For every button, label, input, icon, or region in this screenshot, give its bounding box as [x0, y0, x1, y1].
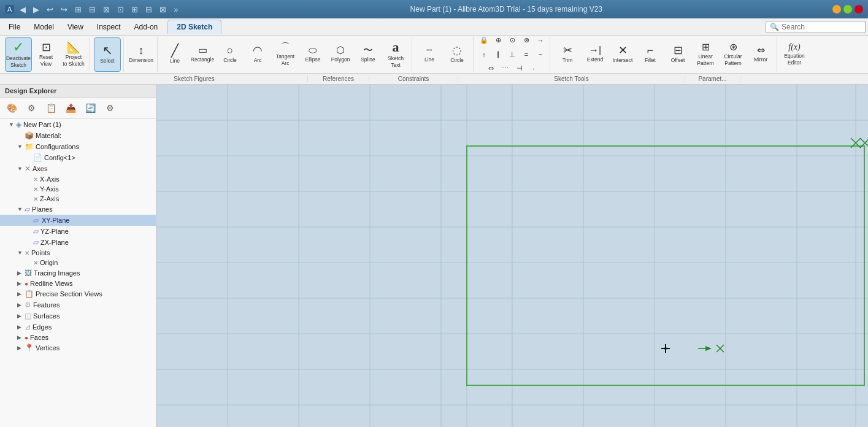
line-button[interactable]: ╱ Line — [161, 37, 188, 72]
sidebar-icon-list[interactable]: 📋 — [43, 100, 59, 116]
nav-back-icon[interactable]: ◀ — [18, 5, 28, 14]
maximize-button[interactable] — [843, 5, 852, 13]
tool7-icon[interactable]: ⊠ — [158, 5, 168, 14]
dimension-button[interactable]: ↕ Dimension — [128, 37, 155, 72]
tree-item-configurations[interactable]: ▼ 📁 Configurations — [0, 141, 156, 152]
constraint-equal-button[interactable]: = — [520, 48, 533, 61]
fillet-button[interactable]: ⌐ Fillet — [637, 37, 664, 72]
tree-item-material[interactable]: 📦 Material: — [0, 130, 156, 141]
features-icon: ⚙ — [25, 301, 31, 309]
tree-item-edges[interactable]: ▶ ⊿ Edges — [0, 321, 156, 333]
rectangle-button[interactable]: ▭ Rectangle — [189, 37, 216, 72]
tree-item-zx-plane[interactable]: ▱ ZX-Plane — [0, 237, 156, 248]
tree-item-config1[interactable]: 📄 Config<1> — [0, 152, 156, 163]
tree-item-vertices[interactable]: ▶ 📍 Vertices — [0, 342, 156, 353]
constraint-perpendicular-button[interactable]: ⊥ — [505, 48, 519, 61]
constraint-collinear-button[interactable]: ⋯ — [499, 62, 512, 75]
circle-button[interactable]: ○ Circle — [217, 37, 244, 72]
constraint-mirror-sym-button[interactable]: ⇔ — [485, 62, 498, 75]
extend-button[interactable]: →| Extend — [582, 37, 609, 72]
menu-view[interactable]: View — [61, 21, 90, 33]
ref-circle-button[interactable]: ◌ Circle — [444, 37, 470, 72]
more-tools-icon[interactable]: » — [172, 5, 180, 14]
tool1-icon[interactable]: ⊞ — [73, 5, 83, 14]
tree-item-faces[interactable]: ▶ ● Faces — [0, 333, 156, 342]
tree-item-features[interactable]: ▶ ⚙ Features — [0, 299, 156, 310]
tree-item-origin[interactable]: ✕ Origin — [0, 258, 156, 267]
sidebar-icon-refresh[interactable]: 🔄 — [82, 100, 98, 116]
circle-icon: ○ — [227, 45, 234, 56]
tree-item-xy-plane[interactable]: ▱ XY-Plane — [0, 215, 156, 226]
canvas-area[interactable] — [156, 85, 868, 427]
tree-item-axes[interactable]: ▼ ✕ Axes — [0, 163, 156, 174]
title-bar-icons[interactable]: A ◀ ▶ ↩ ↪ ⊞ ⊟ ⊠ ⊡ ⊞ ⊟ ⊠ » — [5, 5, 180, 14]
tree-item-planes[interactable]: ▼ ▱ Planes — [0, 204, 156, 215]
nav-forward-icon[interactable]: ▶ — [31, 5, 41, 14]
circular-pattern-button[interactable]: ⊛ CircularPattern — [720, 37, 747, 72]
ref-line-button[interactable]: ╌ Line — [416, 37, 443, 72]
sidebar-icon-settings[interactable]: ⚙ — [102, 100, 118, 116]
constraint-parallel-button[interactable]: ∥ — [491, 48, 505, 61]
menu-inspect[interactable]: Inspect — [91, 21, 127, 33]
project-to-sketch-button[interactable]: 📐 Projectto Sketch — [60, 37, 87, 72]
redo-icon[interactable]: ↪ — [59, 5, 69, 14]
constraint-tangent-button[interactable]: ~ — [534, 48, 547, 61]
constraint-horizontal-button[interactable]: → — [534, 34, 547, 47]
fillet-label: Fillet — [645, 57, 656, 63]
tree-item-new-part[interactable]: ▼ ◈ New Part (1) — [0, 119, 156, 130]
constraint-vertical-button[interactable]: ↑ — [477, 48, 491, 61]
tab-2d-sketch[interactable]: 2D Sketch — [167, 20, 221, 34]
tree-item-x-axis[interactable]: ✕ X-Axis — [0, 174, 156, 184]
spline-button[interactable]: 〜 Spline — [355, 37, 382, 72]
tree-item-z-axis[interactable]: ✕ Z-Axis — [0, 194, 156, 204]
select-button[interactable]: ↖ Select — [94, 37, 121, 72]
offset-button[interactable]: ⊟ Offset — [664, 37, 691, 72]
search-box[interactable]: 🔍 — [766, 21, 866, 33]
constraint-fix-button[interactable]: ⊗ — [520, 34, 533, 47]
deactivate-sketch-button[interactable]: ✓ DeactivateSketch — [5, 37, 32, 72]
undo-icon[interactable]: ↩ — [45, 5, 55, 14]
sketch-text-label: SketchText — [388, 55, 404, 67]
constraint-midpoint-button[interactable]: ⊣ — [513, 62, 526, 75]
tree-item-yz-plane[interactable]: ▱ YZ-Plane — [0, 226, 156, 237]
sidebar-icon-export[interactable]: 📤 — [63, 100, 79, 116]
tree-item-precise-section-views[interactable]: ▶ 📋 Precise Section Views — [0, 288, 156, 299]
menu-file[interactable]: File — [2, 21, 26, 33]
edges-label: Edges — [33, 323, 52, 331]
linear-pattern-button[interactable]: ⊞ LinearPattern — [692, 37, 719, 72]
sidebar-icon-color[interactable]: 🎨 — [4, 100, 20, 116]
search-input[interactable] — [782, 23, 861, 31]
circular-pattern-label: CircularPattern — [724, 53, 742, 66]
arc-button[interactable]: ◠ Arc — [244, 37, 271, 72]
tree-item-redline-views[interactable]: ▶ ● Redline Views — [0, 279, 156, 288]
equation-editor-button[interactable]: f(x) EquationEditor — [781, 37, 808, 72]
tool4-icon[interactable]: ⊡ — [115, 5, 126, 14]
ellipse-button[interactable]: ⬭ Ellipse — [299, 37, 326, 72]
sketch-text-button[interactable]: a SketchText — [382, 37, 409, 72]
trim-button[interactable]: ✂ Trim — [554, 37, 581, 72]
constraint-btn4[interactable]: · — [527, 62, 540, 75]
close-button[interactable] — [855, 5, 863, 13]
offset-icon: ⊟ — [674, 45, 683, 56]
constraint-concentric-button[interactable]: ⊙ — [505, 34, 519, 47]
menu-addon[interactable]: Add-on — [128, 21, 164, 33]
menu-model[interactable]: Model — [28, 21, 60, 33]
tool3-icon[interactable]: ⊠ — [101, 5, 112, 14]
tree-item-tracing-images[interactable]: ▶ 🖼 Tracing Images — [0, 267, 156, 279]
tree-item-points[interactable]: ▼ ✕ Points — [0, 248, 156, 258]
tangent-arc-button[interactable]: ⌒ TangentArc — [272, 37, 299, 72]
mirror-button[interactable]: ⇔ Mirror — [747, 37, 774, 72]
polygon-button[interactable]: ⬡ Polygon — [327, 37, 354, 72]
intersect-button[interactable]: ✕ Intersect — [609, 37, 636, 72]
constraint-lock-button[interactable]: 🔒 — [477, 34, 491, 47]
minimize-button[interactable] — [832, 5, 841, 13]
tree-item-y-axis[interactable]: ✕ Y-Axis — [0, 184, 156, 194]
tool2-icon[interactable]: ⊟ — [87, 5, 98, 14]
tool5-icon[interactable]: ⊞ — [129, 5, 140, 14]
constraint-coincident-button[interactable]: ⊕ — [491, 34, 505, 47]
tool6-icon[interactable]: ⊟ — [144, 5, 154, 14]
tree-item-surfaces[interactable]: ▶ ◫ Surfaces — [0, 310, 156, 321]
window-controls[interactable] — [832, 5, 863, 13]
reset-view-button[interactable]: ⊡ ResetView — [33, 37, 60, 72]
sidebar-icon-network[interactable]: ⚙ — [23, 100, 39, 116]
